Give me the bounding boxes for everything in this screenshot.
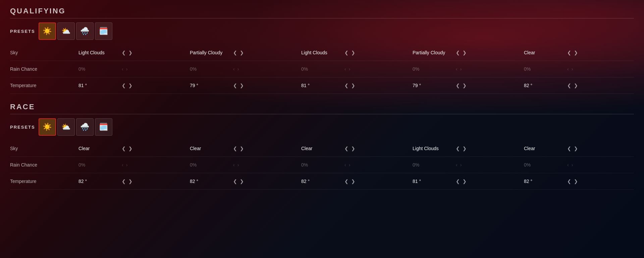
qualifying-title: QUALIFYING [10, 7, 634, 15]
race-seg1-rain-left[interactable]: ‹ [121, 163, 124, 167]
race-seg5-temp-right[interactable]: ❯ [573, 179, 579, 184]
qualifying-seg1-sky-right[interactable]: ❯ [127, 50, 133, 55]
qualifying-preset-calendar[interactable]: 🗓️ [95, 22, 112, 40]
race-seg2-sky-right[interactable]: ❯ [239, 146, 245, 151]
qualifying-seg3-rain-right[interactable]: › [348, 67, 352, 71]
qualifying-seg4-sky-right[interactable]: ❯ [462, 50, 468, 55]
qualifying-preset-cloudy[interactable]: ⛅ [57, 22, 75, 40]
race-seg1-temp-left[interactable]: ❮ [121, 179, 127, 184]
qualifying-seg3-temp-right[interactable]: ❯ [350, 83, 356, 88]
qualifying-preset-sunny[interactable]: ☀️ [39, 22, 56, 40]
race-presets-label: PRESETS [10, 125, 35, 130]
race-seg5-rain-arrows: ‹ › [566, 163, 574, 167]
qualifying-seg3-temp-left[interactable]: ❮ [343, 83, 350, 88]
qualifying-seg2-temp-right[interactable]: ❯ [239, 83, 245, 88]
qualifying-seg1-temp-left[interactable]: ❮ [121, 83, 127, 88]
race-seg1-sky-right[interactable]: ❯ [127, 146, 133, 151]
qualifying-seg4-rain-cell: 0% ‹ › [411, 61, 523, 77]
race-seg5-sky-right[interactable]: ❯ [573, 146, 579, 151]
qualifying-seg5-temp-left[interactable]: ❮ [566, 83, 572, 88]
qualifying-seg4-rain-left[interactable]: ‹ [455, 67, 459, 71]
race-seg2-temp-left[interactable]: ❮ [232, 179, 238, 184]
race-seg4-temp-left[interactable]: ❮ [455, 179, 461, 184]
race-rain-label: Rain Chance [10, 159, 77, 170]
race-sky-label: Sky [10, 143, 77, 154]
race-seg4-temp-cell: 81 ° ❮ ❯ [411, 173, 523, 190]
qualifying-seg2-rain-right[interactable]: › [236, 67, 240, 71]
qualifying-seg5-rain-value: 0% [524, 66, 564, 72]
race-seg3-sky-right[interactable]: ❯ [350, 146, 356, 151]
qualifying-seg5-sky-right[interactable]: ❯ [573, 50, 579, 55]
qualifying-seg5-rain-right[interactable]: › [571, 67, 574, 71]
qualifying-seg5-temp-right[interactable]: ❯ [573, 83, 579, 88]
qualifying-seg2-sky-cell: Partially Cloudy ❮ ❯ [189, 45, 300, 61]
qualifying-seg3-rain-left[interactable]: ‹ [343, 67, 347, 71]
qualifying-seg4-temp-left[interactable]: ❮ [455, 83, 461, 88]
qualifying-seg3-sky-left[interactable]: ❮ [343, 50, 350, 55]
qualifying-seg1-rain-right[interactable]: › [125, 67, 129, 71]
race-seg3-rain-right[interactable]: › [348, 163, 352, 167]
race-preset-cloudy[interactable]: ⛅ [57, 118, 75, 136]
qualifying-presets-label: PRESETS [10, 29, 35, 34]
qualifying-seg2-sky-right[interactable]: ❯ [239, 50, 245, 55]
qualifying-seg2-temp-value: 79 ° [190, 83, 230, 88]
race-preset-calendar[interactable]: 🗓️ [95, 118, 112, 136]
race-seg2-sky-cell: Clear ❮ ❯ [189, 140, 300, 157]
race-seg2-temp-arrows: ❮ ❯ [232, 179, 245, 184]
qualifying-seg1-rain-value: 0% [78, 66, 119, 72]
race-seg4-rain-left[interactable]: ‹ [455, 163, 459, 167]
race-seg2-rain-left[interactable]: ‹ [232, 163, 236, 167]
race-seg3-temp-right[interactable]: ❯ [350, 179, 356, 184]
race-seg1-temp-right[interactable]: ❯ [127, 179, 133, 184]
qualifying-seg4-rain-right[interactable]: › [459, 67, 463, 71]
qualifying-seg2-sky-left[interactable]: ❮ [232, 50, 238, 55]
race-seg4-temp-right[interactable]: ❯ [462, 179, 468, 184]
qualifying-seg1-temp-cell: 81 ° ❮ ❯ [77, 77, 189, 94]
race-temp-label-cell: Temperature [10, 173, 77, 190]
qualifying-seg3-temp-arrows: ❮ ❯ [343, 83, 356, 88]
race-seg5-sky-left[interactable]: ❮ [566, 146, 572, 151]
race-seg1-sky-cell: Clear ❮ ❯ [77, 140, 189, 157]
race-seg5-rain-right[interactable]: › [571, 163, 574, 167]
race-seg5-rain-left[interactable]: ‹ [566, 163, 570, 167]
race-seg4-temp-arrows: ❮ ❯ [455, 179, 468, 184]
race-seg2-sky-value: Clear [190, 146, 230, 151]
race-seg5-rain-value: 0% [524, 162, 564, 168]
qualifying-seg4-sky-left[interactable]: ❮ [455, 50, 461, 55]
qualifying-seg1-temp-value: 81 ° [78, 83, 119, 88]
qualifying-seg1-temp-arrows: ❮ ❯ [121, 83, 133, 88]
qualifying-seg5-rain-arrows: ‹ › [566, 67, 574, 71]
race-preset-sunny[interactable]: ☀️ [39, 118, 56, 136]
race-seg1-rain-right[interactable]: › [125, 163, 129, 167]
race-seg4-sky-cell: Light Clouds ❮ ❯ [411, 140, 523, 157]
race-seg2-temp-right[interactable]: ❯ [239, 179, 245, 184]
race-section: RACE PRESETS ☀️ ⛅ 🌧️ 🗓️ Sky Clear ❮ ❯ [10, 103, 634, 190]
qualifying-seg5-temp-arrows: ❮ ❯ [566, 83, 579, 88]
qualifying-seg3-sky-right[interactable]: ❯ [350, 50, 356, 55]
qualifying-seg1-rain-left[interactable]: ‹ [121, 67, 124, 71]
race-preset-rain[interactable]: 🌧️ [76, 118, 94, 136]
race-seg3-temp-left[interactable]: ❮ [343, 179, 350, 184]
qualifying-seg1-temp-right[interactable]: ❯ [127, 83, 133, 88]
race-seg4-sky-left[interactable]: ❮ [455, 146, 461, 151]
race-seg4-rain-right[interactable]: › [459, 163, 463, 167]
race-seg4-sky-right[interactable]: ❯ [462, 146, 468, 151]
race-seg3-rain-left[interactable]: ‹ [343, 163, 347, 167]
race-seg2-sky-left[interactable]: ❮ [232, 146, 238, 151]
race-seg3-rain-cell: 0% ‹ › [300, 157, 411, 173]
race-seg1-sky-left[interactable]: ❮ [121, 146, 127, 151]
qualifying-preset-rain[interactable]: 🌧️ [76, 22, 94, 40]
race-seg5-temp-left[interactable]: ❮ [566, 179, 572, 184]
race-seg2-rain-cell: 0% ‹ › [189, 157, 300, 173]
race-seg1-temp-cell: 82 ° ❮ ❯ [77, 173, 189, 190]
qualifying-seg4-temp-right[interactable]: ❯ [462, 83, 468, 88]
race-seg2-rain-right[interactable]: › [236, 163, 240, 167]
qualifying-seg2-rain-cell: 0% ‹ › [189, 61, 300, 77]
qualifying-seg4-sky-cell: Partially Cloudy ❮ ❯ [411, 45, 523, 61]
qualifying-seg1-sky-left[interactable]: ❮ [121, 50, 127, 55]
qualifying-seg5-rain-left[interactable]: ‹ [566, 67, 570, 71]
qualifying-seg2-temp-left[interactable]: ❮ [232, 83, 238, 88]
race-seg3-sky-left[interactable]: ❮ [343, 146, 350, 151]
qualifying-seg2-rain-left[interactable]: ‹ [232, 67, 236, 71]
qualifying-seg5-sky-left[interactable]: ❮ [566, 50, 572, 55]
